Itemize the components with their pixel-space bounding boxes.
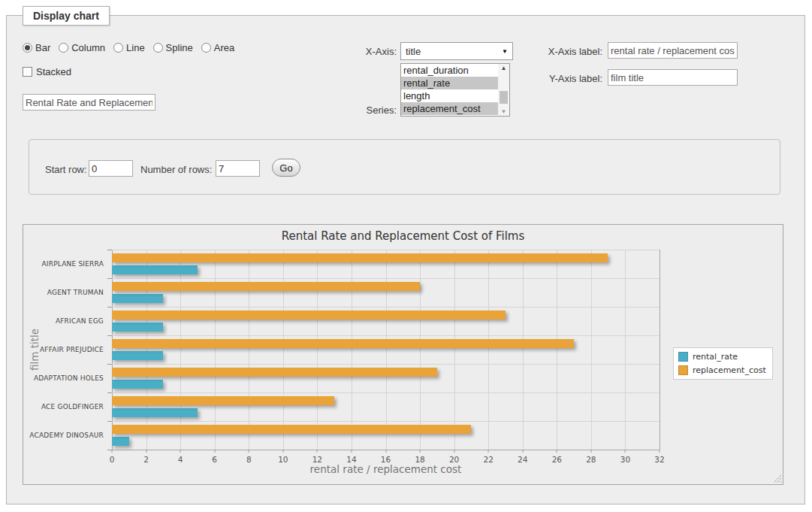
radio-icon[interactable] bbox=[59, 43, 68, 53]
bar-rental_rate bbox=[112, 294, 163, 303]
num-rows-input[interactable] bbox=[216, 160, 260, 177]
chart-type-radio-area[interactable]: Area bbox=[201, 42, 234, 53]
legend-item-replacement_cost[interactable]: replacement_cost bbox=[678, 365, 766, 375]
start-row-input[interactable] bbox=[89, 160, 133, 177]
radio-icon[interactable] bbox=[23, 43, 32, 53]
series-listbox[interactable]: rental_durationrental_ratelengthreplacem… bbox=[400, 63, 510, 117]
x-tick-mark bbox=[317, 450, 318, 453]
series-listbox-label: Series: bbox=[353, 105, 397, 116]
chart-type-radio-column[interactable]: Column bbox=[59, 42, 105, 53]
series-option-replacement_cost[interactable]: replacement_cost bbox=[401, 102, 509, 115]
bar-rental_rate bbox=[112, 437, 129, 446]
fieldset-legend: Display chart bbox=[23, 6, 110, 26]
series-options: rental_durationrental_ratelengthreplacem… bbox=[401, 64, 509, 115]
y-tick-marks bbox=[107, 250, 112, 450]
radio-label: Line bbox=[126, 42, 145, 53]
gridline-x bbox=[625, 250, 626, 450]
start-row-label: Start row: bbox=[45, 164, 89, 175]
stacked-checkbox-row: Stacked bbox=[23, 66, 71, 77]
bar-rental_rate bbox=[112, 323, 163, 332]
series-option-length[interactable]: length bbox=[401, 89, 509, 102]
bar-replacement_cost bbox=[112, 396, 334, 405]
gridline-x bbox=[112, 250, 113, 450]
x-axis-select-label: X-Axis: bbox=[353, 46, 397, 57]
radio-label: Spline bbox=[166, 42, 193, 53]
bar-rental_rate bbox=[112, 265, 198, 274]
resize-handle-icon[interactable] bbox=[773, 474, 781, 483]
bar-replacement_cost bbox=[112, 339, 574, 348]
y-category-label: AFRICAN EGG bbox=[56, 317, 104, 325]
legend-label: replacement_cost bbox=[693, 365, 766, 375]
legend-item-rental_rate[interactable]: rental_rate bbox=[678, 352, 766, 362]
x-tick-mark bbox=[660, 450, 660, 453]
y-tick-mark bbox=[107, 307, 112, 308]
x-axis-select[interactable]: title ▼ bbox=[400, 42, 513, 60]
chart-container: Rental Rate and Replacement Cost of Film… bbox=[23, 224, 783, 485]
gridline-x bbox=[180, 250, 181, 450]
gridline-x bbox=[454, 250, 455, 450]
series-option-rental_rate[interactable]: rental_rate bbox=[401, 77, 509, 89]
x-tick-mark bbox=[522, 450, 523, 453]
series-option-rental_duration[interactable]: rental_duration bbox=[401, 64, 509, 77]
bar-replacement_cost bbox=[112, 282, 420, 291]
x-axis-label-input[interactable] bbox=[608, 42, 738, 59]
y-axis-label-input[interactable] bbox=[608, 69, 738, 86]
chart-type-radio-bar[interactable]: Bar bbox=[23, 42, 50, 53]
gridline-x bbox=[660, 250, 660, 450]
gridline-x bbox=[317, 250, 318, 450]
legend-swatch-icon bbox=[678, 352, 688, 362]
y-category-label: ACE GOLDFINGER bbox=[41, 403, 104, 411]
x-tick-mark bbox=[488, 450, 489, 453]
page: Display chart BarColumnLineSplineArea St… bbox=[0, 0, 812, 512]
y-tick-mark bbox=[107, 364, 112, 365]
bar-rental_rate bbox=[112, 408, 198, 417]
bar-rental_rate bbox=[112, 351, 163, 360]
chart-title-input[interactable] bbox=[23, 94, 155, 111]
radio-icon[interactable] bbox=[201, 43, 211, 53]
scrollbar-thumb[interactable] bbox=[500, 91, 508, 104]
x-tick-mark bbox=[180, 450, 181, 453]
chart-type-radio-line[interactable]: Line bbox=[113, 42, 145, 53]
go-button[interactable]: Go bbox=[272, 159, 300, 177]
x-tick-mark bbox=[590, 450, 591, 453]
bar-replacement_cost bbox=[112, 368, 437, 377]
x-tick-mark bbox=[282, 450, 283, 453]
x-axis-title: rental rate / replacement cost bbox=[112, 463, 660, 475]
legend-swatch-icon bbox=[678, 365, 688, 375]
bar-replacement_cost bbox=[112, 425, 471, 434]
radio-icon[interactable] bbox=[153, 43, 163, 53]
stacked-checkbox[interactable] bbox=[23, 67, 32, 77]
y-category-label: AGENT TRUMAN bbox=[47, 289, 104, 296]
x-tick-mark bbox=[214, 450, 215, 453]
y-tick-mark bbox=[107, 250, 112, 250]
chart-type-radio-spline[interactable]: Spline bbox=[153, 42, 193, 53]
x-tick-mark bbox=[625, 450, 626, 453]
x-axis-select-value: title bbox=[406, 46, 421, 57]
x-axis-label-field-label: X-Axis label: bbox=[538, 46, 602, 57]
x-tick-mark bbox=[385, 450, 386, 453]
chevron-down-icon: ▼ bbox=[502, 48, 508, 55]
radio-label: Column bbox=[71, 42, 105, 53]
gridline-x bbox=[215, 250, 216, 450]
scroll-down-icon[interactable]: ▼ bbox=[498, 108, 509, 115]
y-category-label: ADAPTATION HOLES bbox=[34, 374, 104, 382]
gridline-y bbox=[112, 335, 660, 336]
radio-label: Bar bbox=[35, 42, 50, 53]
scroll-up-icon[interactable]: ▲ bbox=[498, 65, 509, 71]
radio-icon[interactable] bbox=[113, 43, 123, 53]
radio-label: Area bbox=[214, 42, 234, 53]
y-axis-label-field-label: Y-Axis label: bbox=[538, 73, 602, 84]
gridline-y bbox=[112, 250, 660, 250]
x-tick-mark bbox=[454, 450, 454, 453]
x-tick-mark bbox=[112, 450, 113, 453]
gridline-x bbox=[420, 250, 421, 450]
gridline-x bbox=[488, 250, 489, 450]
gridline-x bbox=[283, 250, 284, 450]
listbox-scrollbar[interactable]: ▲ ▼ bbox=[498, 64, 509, 116]
y-tick-mark bbox=[107, 421, 112, 422]
chart-legend: rental_ratereplacement_cost bbox=[673, 347, 773, 380]
bar-rental_rate bbox=[112, 380, 163, 389]
legend-label: rental_rate bbox=[693, 352, 738, 362]
gridline-x bbox=[591, 250, 592, 450]
x-tick-mark bbox=[420, 450, 421, 453]
